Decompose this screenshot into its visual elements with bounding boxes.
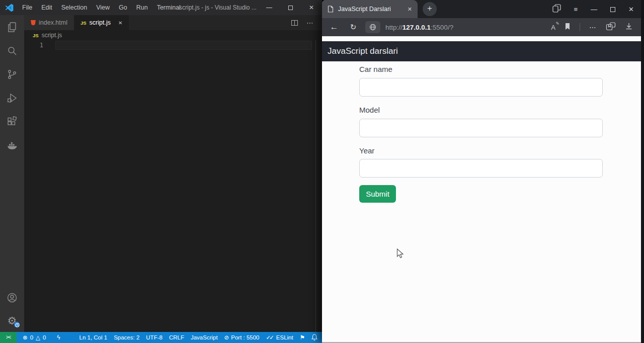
menu-selection[interactable]: Selection xyxy=(57,0,92,15)
collections-icon[interactable] xyxy=(606,22,616,33)
vscode-close-button[interactable]: ✕ xyxy=(301,0,322,15)
site-info-chip[interactable] xyxy=(365,21,380,33)
explorer-icon[interactable] xyxy=(6,21,18,33)
year-input[interactable] xyxy=(359,159,603,178)
car-name-input[interactable] xyxy=(359,78,603,97)
mouse-cursor xyxy=(396,248,405,259)
encoding-status[interactable]: UTF-8 xyxy=(146,334,163,340)
reload-button[interactable]: ↻ xyxy=(347,23,359,32)
menu-go[interactable]: Go xyxy=(114,0,132,15)
url-scheme: http:// xyxy=(385,24,403,31)
vscode-window-title: script.js - js - Visual Studio ... xyxy=(179,0,257,15)
code-editor[interactable]: 1 xyxy=(24,40,322,332)
car-form: Car name Model Year Submit xyxy=(359,61,603,212)
editor-tab-script-js[interactable]: JS script.js ✕ xyxy=(74,15,129,30)
translate-letter: A xyxy=(551,24,555,31)
model-label: Model xyxy=(359,106,380,114)
screen: File Edit Selection View Go Run Terminal… xyxy=(0,0,644,343)
vscode-window-controls: — ✕ xyxy=(259,0,322,15)
breadcrumb-item: script.js xyxy=(42,32,62,39)
desktop-edge xyxy=(641,0,644,343)
vscode-maximize-button[interactable] xyxy=(280,0,301,15)
globe-icon xyxy=(369,24,376,31)
url-host: 127.0.0.1 xyxy=(403,24,431,31)
live-server-icon: ⊘ xyxy=(224,334,229,341)
browser-toolbar: ← ↻ http://127.0.0.1:5500/? A✎ ⋯ xyxy=(322,18,641,36)
tab-label: script.js xyxy=(90,19,111,26)
run-debug-icon[interactable] xyxy=(6,92,18,104)
vscode-activity-bar: ⚙ xyxy=(0,15,24,332)
vscode-window: File Edit Selection View Go Run Terminal… xyxy=(0,0,322,343)
vscode-status-bar: >< ⊗ 0 △ 0 ϟ Ln 1, Col 1 Spaces: 2 UTF-8… xyxy=(0,332,322,343)
current-line-highlight xyxy=(55,41,312,50)
docker-icon[interactable] xyxy=(6,139,18,151)
vscode-minimize-button[interactable]: — xyxy=(259,0,280,15)
translate-icon[interactable]: A✎ xyxy=(551,24,555,31)
menu-view[interactable]: View xyxy=(92,0,114,15)
browser-tab-active[interactable]: JavaScript Darslari ✕ xyxy=(322,0,418,18)
web-page: JavaScript darslari Car name Model Year … xyxy=(322,36,641,342)
warning-icon: △ xyxy=(36,334,40,341)
js-file-icon: JS xyxy=(33,33,39,38)
notifications-bell-icon[interactable] xyxy=(311,334,317,341)
cursor-position-status[interactable]: Ln 1, Col 1 xyxy=(79,334,108,340)
maximize-icon xyxy=(288,6,293,10)
more-tools-icon[interactable]: ⋯ xyxy=(589,23,597,31)
feedback-flag-icon[interactable]: ⚑ xyxy=(300,334,305,341)
eol-status[interactable]: CRLF xyxy=(169,334,184,340)
js-file-icon: JS xyxy=(80,20,87,26)
browser-maximize-button[interactable] xyxy=(610,6,615,13)
live-server-port: Port : 5500 xyxy=(231,334,259,340)
back-button[interactable]: ← xyxy=(328,22,340,32)
remote-indicator[interactable]: >< xyxy=(0,332,17,343)
vscode-menubar: File Edit Selection View Go Run Terminal xyxy=(18,0,185,15)
menu-file[interactable]: File xyxy=(18,0,37,15)
account-icon[interactable] xyxy=(6,292,18,304)
check-all-icon: ✓✓ xyxy=(266,334,273,341)
problems-status[interactable]: ⊗ 0 △ 0 xyxy=(23,334,46,341)
bolt-icon[interactable]: ϟ xyxy=(57,334,60,341)
html-file-icon xyxy=(31,20,36,26)
submit-button[interactable]: Submit xyxy=(359,185,396,203)
editor-more-actions-icon[interactable]: ⋯ xyxy=(306,19,314,27)
page-favicon-icon xyxy=(328,6,334,13)
browser-close-button[interactable]: ✕ xyxy=(628,6,634,13)
tab-close-icon[interactable]: ✕ xyxy=(118,20,122,26)
split-editor-icon[interactable] xyxy=(291,20,298,26)
downloads-icon[interactable] xyxy=(625,22,633,32)
eslint-label: ESLint xyxy=(276,334,293,340)
pen-icon: ✎ xyxy=(555,21,559,26)
menu-edit[interactable]: Edit xyxy=(37,0,57,15)
tab-label: index.html xyxy=(39,19,67,26)
model-input[interactable] xyxy=(359,119,603,137)
editor-tab-index-html[interactable]: index.html xyxy=(24,15,74,30)
eslint-status[interactable]: ✓✓ ESLint xyxy=(266,334,293,341)
language-mode-status[interactable]: JavaScript xyxy=(191,334,218,340)
line-number: 1 xyxy=(24,41,43,50)
extensions-icon[interactable] xyxy=(6,116,18,128)
browser-menu-icon[interactable]: ≡ xyxy=(574,6,578,13)
search-icon[interactable] xyxy=(6,45,18,57)
address-bar[interactable]: http://127.0.0.1:5500/? xyxy=(385,24,453,31)
new-tab-button[interactable]: + xyxy=(423,2,437,16)
vscode-tab-bar: index.html JS script.js ✕ ⋯ xyxy=(24,15,322,30)
toolbar-separator xyxy=(580,23,580,31)
browser-tab-title: JavaScript Darslari xyxy=(338,6,391,13)
browser-minimize-button[interactable]: — xyxy=(591,6,597,13)
browser-tab-strip: JavaScript Darslari ✕ + ≡ — ✕ xyxy=(322,0,641,18)
error-icon: ⊗ xyxy=(23,334,28,341)
tab-close-icon[interactable]: ✕ xyxy=(408,6,412,13)
browser-window: JavaScript Darslari ✕ + ≡ — ✕ ← ↻ xyxy=(322,0,641,343)
settings-gear-icon[interactable]: ⚙ xyxy=(6,315,18,327)
menu-run[interactable]: Run xyxy=(132,0,152,15)
error-count: 0 xyxy=(30,334,33,340)
indentation-status[interactable]: Spaces: 2 xyxy=(114,334,139,340)
bookmark-icon[interactable] xyxy=(565,23,571,32)
breadcrumb[interactable]: JS script.js xyxy=(24,30,322,40)
live-server-status[interactable]: ⊘ Port : 5500 xyxy=(224,334,260,341)
warning-count: 0 xyxy=(43,334,46,340)
car-name-label: Car name xyxy=(359,65,392,73)
page-heading: JavaScript darslari xyxy=(322,41,641,61)
tab-groups-icon[interactable] xyxy=(552,4,561,15)
source-control-icon[interactable] xyxy=(6,68,18,80)
